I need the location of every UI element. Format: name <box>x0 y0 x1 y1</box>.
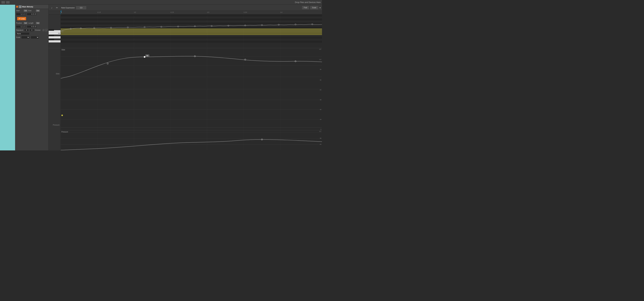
slide-label: Slide <box>62 49 65 51</box>
scale-row: Scale <box>15 36 48 39</box>
piano-key-c3[interactable]: C3 <box>49 32 60 35</box>
loop-button[interactable]: ↺ Loop <box>17 17 26 20</box>
ruler-mark-3: 1.2 <box>134 12 136 13</box>
svg-point-29 <box>312 24 313 25</box>
svg-point-16 <box>94 27 95 29</box>
signature-groove-row: Signature 4 4 Groove ↺ + <box>15 28 48 32</box>
length-value[interactable]: 4. 0. 0 <box>27 25 37 28</box>
end-label: End <box>28 10 35 12</box>
svg-point-19 <box>144 26 145 28</box>
clip-panel: 🎵 Main Melody Start Set End Set 1. 1. 1 … <box>15 5 49 150</box>
groove-label: Groove <box>35 29 40 31</box>
pressure-lane[interactable]: Pressure 127 96 64 <box>61 130 322 150</box>
piano-key-e3[interactable] <box>49 40 60 43</box>
start-end-values-row: 1. 1. 1 4. 3. 3 <box>15 13 48 16</box>
length-label: Length <box>28 22 35 24</box>
note-lane[interactable]: C3 <box>61 15 322 48</box>
sig-numerator[interactable]: 4 <box>24 29 29 31</box>
slide-value-tooltip: 86 <box>146 55 149 57</box>
piano-grid-wrap: C3 Slide Pressure <box>49 11 322 150</box>
grid-content: 1 1.1.3 1.2 1.2.3 1.3 1.3.3 1.4 <box>61 11 322 150</box>
start-set-button[interactable]: Set <box>24 10 28 12</box>
ruler-mark-6: 1.3.3 <box>244 12 247 13</box>
position-label: Position <box>16 22 23 24</box>
piano-keyboard: C3 Slide Pressure <box>49 11 61 150</box>
sig-denominator[interactable]: 4 <box>30 29 34 31</box>
scale-select-2[interactable] <box>31 36 39 39</box>
end-value[interactable]: 4. 3. 3 <box>27 13 37 16</box>
loop-icon: ↺ <box>18 18 20 20</box>
svg-point-25 <box>244 25 246 26</box>
note-tool-button[interactable]: ♪ <box>50 6 54 10</box>
ruler-mark-5: 1.3 <box>207 12 209 13</box>
svg-point-49 <box>144 56 145 58</box>
mini-button-1[interactable] <box>1 1 5 4</box>
note-selector[interactable]: C3 <box>76 6 86 9</box>
note-expression-label: Note Expression <box>61 7 75 9</box>
loop-row: ↺ Loop <box>16 17 48 21</box>
svg-point-51 <box>244 59 246 60</box>
loop-label: Loop <box>21 18 25 20</box>
slide-start-dot <box>62 115 63 116</box>
length-set-button[interactable]: Set <box>36 22 40 24</box>
top-bar: Drop Files and Devices Here <box>0 0 322 5</box>
toolbar-arrow[interactable]: ▾ <box>320 6 321 9</box>
svg-point-48 <box>107 63 108 64</box>
svg-point-22 <box>194 26 196 27</box>
scale-label: Scale <box>16 37 20 38</box>
note-lane-piano: C3 <box>49 15 60 48</box>
groove-value-row: None <box>15 32 48 36</box>
timeline-ruler: 1 1.1.3 1.2 1.2.3 1.3 1.3.3 1.4 <box>61 11 322 15</box>
piano-key-black[interactable] <box>49 35 54 36</box>
position-set-button[interactable]: Set <box>24 22 28 24</box>
groove-refresh-icon[interactable]: ↺ <box>42 29 44 31</box>
piano-key-black-3[interactable] <box>49 29 54 31</box>
mini-button-2[interactable] <box>6 1 10 4</box>
groove-value[interactable]: None <box>16 32 30 35</box>
position-length-label-row: Position Set Length Set <box>15 21 48 25</box>
ruler-mark-7: 1.4 <box>280 12 282 13</box>
piano-key-black-2[interactable] <box>49 39 54 40</box>
playhead-line <box>61 11 61 14</box>
groove-add-icon[interactable]: + <box>45 29 48 31</box>
slide-curve-svg <box>61 48 322 130</box>
note-expression-curve <box>61 15 322 48</box>
slide-lane[interactable]: Slide 127 112 96 80 64 48 32 16 0 <box>61 48 322 130</box>
groove-controls: ↺ + <box>42 29 48 31</box>
end-set-button[interactable]: Set <box>36 10 40 12</box>
slide-piano-label: Slide <box>49 48 60 99</box>
svg-point-26 <box>261 24 263 26</box>
fold-button[interactable]: Fold <box>302 6 309 9</box>
playhead-triangle <box>61 11 62 12</box>
timeline-spacer <box>49 11 60 15</box>
position-value[interactable]: 1. 1. 1 <box>16 25 26 28</box>
clip-icon: 🎵 <box>19 5 22 8</box>
clip-color-dot <box>16 6 18 8</box>
pressure-piano-label: Pressure <box>49 99 60 150</box>
editor-toolbar: ♪ ✏ Note Expression C3 Fold Scale ▾ <box>49 5 322 11</box>
start-value[interactable]: 1. 1. 1 <box>16 13 26 16</box>
signature-label: Signature <box>16 29 23 31</box>
start-end-row: Start Set End Set <box>15 9 48 13</box>
left-accent-panel <box>0 5 15 150</box>
pencil-tool-button[interactable]: ✏ <box>55 6 59 10</box>
piano-key-d3[interactable] <box>49 36 60 39</box>
clip-header: 🎵 Main Melody <box>15 5 48 9</box>
clip-title: Main Melody <box>22 6 33 8</box>
pressure-curve-svg <box>61 130 322 150</box>
start-label: Start <box>16 10 23 12</box>
editor-area: ♪ ✏ Note Expression C3 Fold Scale ▾ C3 <box>49 5 322 150</box>
ruler-mark-4: 1.2.3 <box>170 12 174 13</box>
drop-label: Drop Files and Devices Here <box>295 1 321 4</box>
pressure-label: Pressure <box>62 131 68 133</box>
ruler-mark-2: 1.1.3 <box>97 12 100 13</box>
scale-select-1[interactable] <box>21 36 30 39</box>
piano-lane-labels: Slide Pressure <box>49 48 60 150</box>
scale-button[interactable]: Scale <box>310 6 318 9</box>
position-length-values-row: 1. 1. 1 4. 0. 0 <box>15 25 48 28</box>
svg-point-27 <box>278 24 280 25</box>
